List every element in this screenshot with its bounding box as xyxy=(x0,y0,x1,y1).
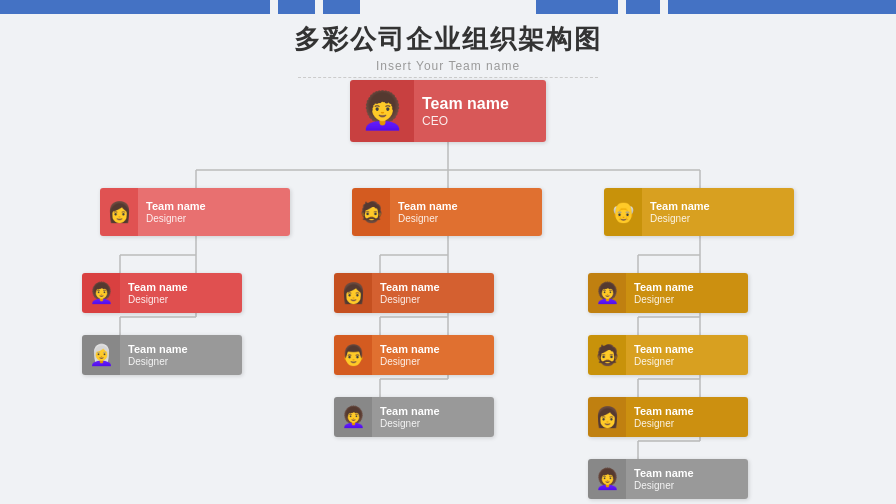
l2-mid2-role: Designer xyxy=(380,356,486,367)
l2-right4-node: 👩‍🦱 Team name Designer xyxy=(588,459,748,499)
l1-left-avatar: 👩 xyxy=(100,188,138,236)
l2-mid3-role: Designer xyxy=(380,418,486,429)
l2-left2-name: Team name xyxy=(128,343,234,355)
l1-right-node: 👴 Team name Designer xyxy=(604,188,794,236)
ceo-info: Team name CEO xyxy=(414,80,546,142)
l2-left1-node: 👩‍🦱 Team name Designer xyxy=(82,273,242,313)
title-area: 多彩公司企业组织架构图 Insert Your Team name xyxy=(0,14,896,78)
ceo-node: 👩‍🦱 Team name CEO xyxy=(350,80,546,142)
l2-right1-avatar: 👩‍🦱 xyxy=(588,273,626,313)
l2-mid2-avatar: 👨 xyxy=(334,335,372,375)
org-chart: 👩‍🦱 Team name CEO 👩 Team name Designer 🧔… xyxy=(0,80,896,504)
l2-right2-info: Team name Designer xyxy=(626,335,748,375)
l2-right4-avatar: 👩‍🦱 xyxy=(588,459,626,499)
l1-mid-name: Team name xyxy=(398,200,534,212)
l1-left-role: Designer xyxy=(146,213,282,224)
l2-mid2-node: 👨 Team name Designer xyxy=(334,335,494,375)
l2-right1-node: 👩‍🦱 Team name Designer xyxy=(588,273,748,313)
l2-mid3-info: Team name Designer xyxy=(372,397,494,437)
ceo-name: Team name xyxy=(422,95,538,113)
l2-mid2-info: Team name Designer xyxy=(372,335,494,375)
l2-mid3-name: Team name xyxy=(380,405,486,417)
l1-left-node: 👩 Team name Designer xyxy=(100,188,290,236)
l2-right3-info: Team name Designer xyxy=(626,397,748,437)
l2-right3-role: Designer xyxy=(634,418,740,429)
l1-mid-info: Team name Designer xyxy=(390,188,542,236)
l1-mid-avatar: 🧔 xyxy=(352,188,390,236)
main-title: 多彩公司企业组织架构图 xyxy=(0,22,896,57)
l2-right3-name: Team name xyxy=(634,405,740,417)
l2-right2-avatar: 🧔 xyxy=(588,335,626,375)
l2-left1-avatar: 👩‍🦱 xyxy=(82,273,120,313)
sub-title: Insert Your Team name xyxy=(0,59,896,73)
l2-right1-role: Designer xyxy=(634,294,740,305)
l1-mid-node: 🧔 Team name Designer xyxy=(352,188,542,236)
l2-mid1-node: 👩 Team name Designer xyxy=(334,273,494,313)
l2-left1-name: Team name xyxy=(128,281,234,293)
l1-left-name: Team name xyxy=(146,200,282,212)
l2-mid1-name: Team name xyxy=(380,281,486,293)
l1-mid-role: Designer xyxy=(398,213,534,224)
l2-right4-name: Team name xyxy=(634,467,740,479)
l2-right3-avatar: 👩 xyxy=(588,397,626,437)
l2-left2-role: Designer xyxy=(128,356,234,367)
l2-right2-name: Team name xyxy=(634,343,740,355)
l2-mid1-avatar: 👩 xyxy=(334,273,372,313)
ceo-role: CEO xyxy=(422,114,538,128)
l2-left2-info: Team name Designer xyxy=(120,335,242,375)
l2-right3-node: 👩 Team name Designer xyxy=(588,397,748,437)
l2-mid1-role: Designer xyxy=(380,294,486,305)
l2-right4-role: Designer xyxy=(634,480,740,491)
title-divider xyxy=(298,77,598,78)
l2-right2-node: 🧔 Team name Designer xyxy=(588,335,748,375)
l1-right-avatar: 👴 xyxy=(604,188,642,236)
l1-right-info: Team name Designer xyxy=(642,188,794,236)
l2-left1-info: Team name Designer xyxy=(120,273,242,313)
l2-right4-info: Team name Designer xyxy=(626,459,748,499)
top-bar xyxy=(0,0,896,14)
l2-mid3-node: 👩‍🦱 Team name Designer xyxy=(334,397,494,437)
l1-right-role: Designer xyxy=(650,213,786,224)
l2-mid2-name: Team name xyxy=(380,343,486,355)
l2-right1-name: Team name xyxy=(634,281,740,293)
l1-right-name: Team name xyxy=(650,200,786,212)
l2-left2-node: 👩‍🦳 Team name Designer xyxy=(82,335,242,375)
l2-right1-info: Team name Designer xyxy=(626,273,748,313)
l2-mid1-info: Team name Designer xyxy=(372,273,494,313)
l2-mid3-avatar: 👩‍🦱 xyxy=(334,397,372,437)
l2-right2-role: Designer xyxy=(634,356,740,367)
ceo-avatar: 👩‍🦱 xyxy=(350,80,414,142)
l1-left-info: Team name Designer xyxy=(138,188,290,236)
l2-left2-avatar: 👩‍🦳 xyxy=(82,335,120,375)
l2-left1-role: Designer xyxy=(128,294,234,305)
